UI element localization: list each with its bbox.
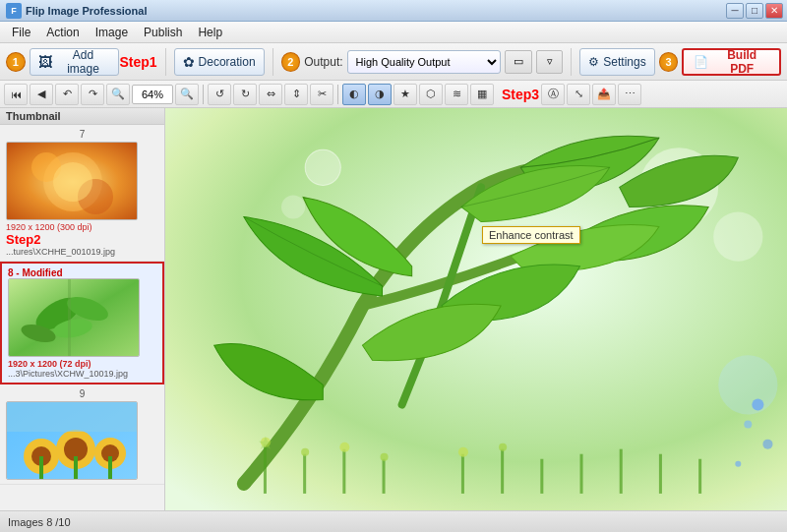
thumbnail-item-9[interactable]: 9 (0, 384, 164, 485)
menu-publish[interactable]: Publish (136, 24, 190, 41)
nav-first-button[interactable]: ⏮ (4, 84, 28, 105)
thumbnail-sidebar: Thumbnail 7 (0, 108, 165, 510)
edit-undo-button[interactable]: ↶ (55, 84, 79, 105)
zoom-in-button[interactable]: 🔍 (175, 84, 199, 105)
build-pdf-button[interactable]: 📄 Build PDF (682, 48, 781, 76)
svg-point-44 (499, 443, 507, 451)
rotate-right-button[interactable]: ↻ (233, 84, 257, 105)
decoration-button[interactable]: ✿ Decoration (174, 48, 265, 76)
svg-point-46 (752, 398, 763, 410)
brightness-button[interactable]: ◑ (368, 84, 392, 105)
menu-action[interactable]: Action (38, 24, 87, 41)
app-icon: F (6, 3, 22, 19)
thumb-image-7 (6, 142, 138, 220)
add-image-icon: 🖼 (38, 54, 52, 70)
step1-label: Step1 (119, 54, 156, 70)
filter-button[interactable]: ▦ (470, 84, 494, 105)
thumb-image-8 (8, 278, 140, 357)
svg-point-40 (301, 448, 309, 456)
pdf-icon: 📄 (694, 55, 708, 69)
nav-prev-button[interactable]: ◀ (30, 84, 53, 105)
svg-rect-34 (540, 459, 543, 494)
settings-icon: ⚙ (588, 55, 599, 69)
svg-rect-21 (7, 402, 138, 432)
resize-button[interactable]: ⤡ (567, 84, 590, 105)
svg-point-41 (339, 443, 349, 452)
menubar: File Action Image Publish Help (0, 22, 787, 43)
rotate-left-button[interactable]: ↺ (208, 84, 231, 105)
canvas-area (165, 108, 787, 510)
maximize-button[interactable]: □ (746, 3, 763, 19)
thumb-res-8: 1920 x 1200 (72 dpi) (8, 359, 156, 369)
zoom-input[interactable] (132, 85, 173, 104)
svg-point-25 (305, 149, 340, 185)
thumb-num-9: 9 (6, 388, 158, 399)
settings-button[interactable]: ⚙ Settings (579, 48, 654, 76)
edit-sep1 (203, 85, 204, 104)
svg-rect-20 (108, 456, 112, 480)
svg-rect-30 (342, 449, 345, 494)
enhance-contrast-tooltip: Enhance contrast (482, 226, 580, 244)
edit-redo-button[interactable]: ↷ (81, 84, 104, 105)
menu-image[interactable]: Image (88, 24, 136, 41)
menu-help[interactable]: Help (190, 24, 230, 41)
svg-rect-35 (580, 454, 583, 494)
minimize-button[interactable]: ─ (726, 3, 744, 19)
step3-edit-label: Step3 (502, 87, 539, 102)
thumbnail-item-7[interactable]: 7 (0, 125, 164, 262)
denoise-button[interactable]: ≋ (445, 84, 468, 105)
thumbnail-header: Thumbnail (0, 108, 164, 125)
svg-point-47 (744, 421, 752, 429)
svg-rect-18 (39, 456, 43, 480)
thumb-path-8: ...3\Pictures\XCHW_10019.jpg (8, 369, 156, 379)
page-view-button2[interactable]: ▿ (536, 50, 563, 74)
svg-rect-28 (264, 444, 267, 494)
titlebar: F Flip Image Professional ─ □ ✕ (0, 0, 787, 22)
thumb-image-9 (6, 401, 138, 480)
edit-toolbar: ⏮ ◀ ↶ ↷ 🔍 🔍 ↺ ↻ ⇔ ⇕ ✂ ◐ ◑ ★ ⬡ ≋ ▦ Step3 … (0, 81, 787, 108)
toolbar: 1 🖼 Add image Step1 ✿ Decoration 2 Outpu… (0, 43, 787, 81)
app-title: Flip Image Professional (26, 5, 147, 17)
svg-point-43 (458, 447, 468, 457)
export-button[interactable]: 📤 (592, 84, 616, 105)
contrast-button[interactable]: ◐ (342, 84, 366, 105)
svg-point-24 (713, 212, 762, 262)
thumb-path-7: ...tures\XCHHE_001019.jpg (6, 247, 158, 257)
output-label: Output: (304, 55, 342, 69)
svg-rect-36 (620, 449, 623, 494)
flip-v-button[interactable]: ⇕ (284, 84, 308, 105)
svg-point-42 (381, 453, 389, 461)
svg-rect-37 (659, 454, 662, 494)
add-image-button[interactable]: 🖼 Add image (30, 48, 120, 76)
decoration-icon: ✿ (183, 54, 195, 70)
step1-badge: 1 (6, 52, 26, 72)
close-button[interactable]: ✕ (765, 3, 783, 19)
svg-point-4 (53, 162, 92, 202)
enhance-button[interactable]: ★ (394, 84, 417, 105)
page-view-button[interactable]: ▭ (505, 50, 531, 74)
svg-point-26 (281, 195, 305, 218)
toolbar-sep2 (272, 48, 273, 76)
sharpen-button[interactable]: ⬡ (419, 84, 443, 105)
more-button[interactable]: ⋯ (618, 84, 641, 105)
step2-label: Step2 (6, 232, 158, 247)
step2-badge: 2 (281, 52, 301, 72)
crop-button[interactable]: ✂ (310, 84, 333, 105)
toolbar-sep1 (165, 48, 166, 76)
status-text: Images 8 /10 (8, 516, 71, 528)
svg-point-27 (718, 355, 777, 414)
svg-rect-5 (9, 279, 140, 357)
step3-badge: 3 (659, 52, 679, 72)
output-select[interactable]: High Quality Output Standard Quality Low… (347, 50, 502, 74)
thumb-num-7: 7 (6, 129, 158, 140)
toolbar-sep3 (571, 48, 572, 76)
thumbnail-item-8[interactable]: 8 - Modified (0, 262, 164, 384)
menu-file[interactable]: File (4, 24, 38, 41)
thumb-info-7: 1920 x 1200 (300 dpi) (6, 222, 158, 232)
window-controls: ─ □ ✕ (726, 3, 783, 19)
edit-sep2 (337, 85, 338, 104)
svg-rect-31 (383, 459, 386, 494)
flip-h-button[interactable]: ⇔ (259, 84, 282, 105)
watermark-button[interactable]: Ⓐ (541, 84, 565, 105)
zoom-out-button[interactable]: 🔍 (106, 84, 130, 105)
